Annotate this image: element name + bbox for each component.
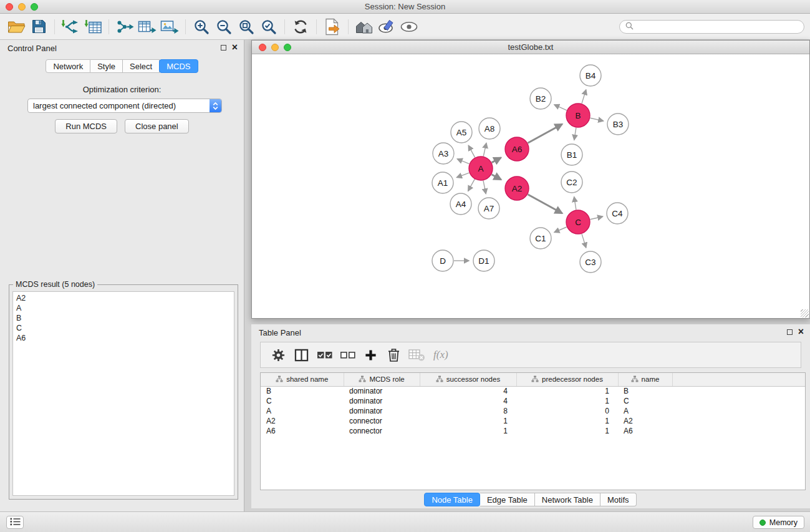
app-titlebar[interactable]: Session: New Session: [0, 0, 810, 14]
edge-A6-B[interactable]: [528, 124, 562, 143]
delete-table-icon[interactable]: [405, 344, 428, 366]
table-cell[interactable]: 1: [516, 386, 618, 396]
node-A3[interactable]: A3: [433, 143, 454, 164]
node-C[interactable]: C: [566, 210, 590, 234]
node-A5[interactable]: A5: [451, 122, 472, 143]
import-network-icon[interactable]: [59, 16, 82, 37]
table-tab-motifs[interactable]: Motifs: [600, 493, 637, 506]
table-cell[interactable]: dominator: [344, 396, 420, 406]
edge-A-A4[interactable]: [468, 179, 475, 191]
zoom-in-icon[interactable]: [190, 16, 213, 37]
table-row[interactable]: Cdominator41C: [261, 396, 805, 406]
gear-icon[interactable]: [267, 344, 290, 366]
node-A1[interactable]: A1: [432, 172, 453, 193]
edge-A2-C[interactable]: [528, 195, 562, 213]
network-close-button[interactable]: [259, 44, 266, 51]
edge-B-B1[interactable]: [574, 128, 576, 140]
table-cell[interactable]: A6: [261, 426, 344, 436]
run-mcds-button[interactable]: Run MCDS: [55, 119, 117, 133]
edge-A-A3[interactable]: [457, 159, 469, 164]
memory-button[interactable]: Memory: [753, 516, 804, 529]
network-zoom-button[interactable]: [284, 44, 291, 51]
edge-A-A1[interactable]: [457, 173, 470, 177]
table-cell[interactable]: dominator: [344, 386, 420, 396]
table-cell[interactable]: 1: [516, 396, 618, 406]
eye-icon[interactable]: [398, 16, 420, 37]
close-window-button[interactable]: [6, 3, 13, 11]
table-cell[interactable]: 1: [516, 426, 618, 436]
minimize-window-button[interactable]: [18, 3, 26, 11]
show-panels-button[interactable]: [6, 516, 24, 529]
node-A4[interactable]: A4: [450, 193, 471, 215]
table-row[interactable]: A6connector11A6: [261, 426, 805, 436]
close-panel-button[interactable]: Close panel: [125, 119, 189, 133]
table-cell[interactable]: B: [618, 386, 672, 396]
node-B[interactable]: B: [566, 104, 590, 127]
table-row[interactable]: A2connector11A2: [261, 416, 805, 426]
zoom-selected-icon[interactable]: [258, 16, 280, 37]
table-cell[interactable]: A6: [618, 426, 672, 436]
table-cell[interactable]: 8: [420, 406, 516, 416]
node-C4[interactable]: C4: [607, 203, 628, 224]
houses-icon[interactable]: [353, 16, 375, 37]
node-C3[interactable]: C3: [580, 251, 601, 273]
node-C1[interactable]: C1: [530, 228, 551, 249]
column-header-name[interactable]: name: [618, 373, 672, 386]
node-A2[interactable]: A2: [505, 177, 529, 200]
table-cell[interactable]: C: [261, 396, 344, 406]
node-B1[interactable]: B1: [561, 144, 582, 165]
column-header-successor-nodes[interactable]: successor nodes: [420, 373, 516, 386]
table-cell[interactable]: 1: [516, 416, 618, 426]
node-D[interactable]: D: [432, 250, 453, 271]
function-builder-button[interactable]: f(x): [433, 349, 448, 361]
search-input[interactable]: [637, 22, 798, 32]
criterion-dropdown[interactable]: largest connected component (directed): [27, 99, 222, 113]
table-cell[interactable]: dominator: [344, 406, 420, 416]
node-C2[interactable]: C2: [561, 172, 582, 193]
export-image-icon[interactable]: [158, 16, 181, 37]
split-columns-icon[interactable]: [290, 344, 313, 366]
tab-mcds[interactable]: MCDS: [159, 59, 198, 73]
tab-style[interactable]: Style: [90, 59, 123, 73]
node-A8[interactable]: A8: [479, 118, 500, 139]
table-cell[interactable]: A: [618, 406, 672, 416]
add-row-icon[interactable]: [359, 344, 382, 366]
eye-pencil-icon[interactable]: [375, 16, 398, 37]
mcds-result-item[interactable]: B: [13, 313, 234, 323]
edge-B-B3[interactable]: [591, 118, 604, 121]
network-window-titlebar[interactable]: testGlobe.txt: [252, 41, 809, 54]
table-row[interactable]: Adominator80A: [261, 406, 805, 416]
node-B4[interactable]: B4: [580, 65, 601, 86]
table-cell[interactable]: A2: [261, 416, 344, 426]
edge-A-A6[interactable]: [492, 158, 501, 163]
column-header-mcds-role[interactable]: MCDS role: [344, 373, 420, 386]
column-header-predecessor-nodes[interactable]: predecessor nodes: [516, 373, 618, 386]
zoom-out-icon[interactable]: [213, 16, 235, 37]
edge-B-B4[interactable]: [582, 90, 586, 104]
table-cell[interactable]: connector: [344, 416, 420, 426]
table-tab-network-table[interactable]: Network Table: [535, 493, 600, 506]
mcds-result-item[interactable]: C: [13, 323, 234, 333]
window-resize-grip[interactable]: [801, 309, 809, 317]
float-panel-icon[interactable]: [221, 45, 226, 51]
trash-icon[interactable]: [382, 344, 405, 366]
table-cell[interactable]: A2: [618, 416, 672, 426]
tab-network[interactable]: Network: [46, 59, 90, 73]
table-cell[interactable]: 0: [516, 406, 618, 416]
table-cell[interactable]: 1: [420, 426, 516, 436]
mcds-result-item[interactable]: A6: [13, 333, 234, 343]
edge-A-A2[interactable]: [492, 175, 501, 180]
edge-C-C2[interactable]: [574, 197, 576, 210]
zoom-window-button[interactable]: [31, 3, 38, 11]
table-cell[interactable]: 4: [420, 386, 516, 396]
save-icon[interactable]: [27, 16, 50, 37]
open-folder-icon[interactable]: [5, 16, 27, 37]
export-table-icon[interactable]: [136, 16, 158, 37]
search-field[interactable]: [619, 20, 804, 34]
refresh-icon[interactable]: [289, 16, 312, 37]
table-cell[interactable]: connector: [344, 426, 420, 436]
dropdown-stepper-icon[interactable]: [210, 99, 221, 112]
close-table-panel-icon[interactable]: ×: [798, 328, 804, 336]
node-B3[interactable]: B3: [607, 114, 629, 135]
table-tab-edge-table[interactable]: Edge Table: [480, 493, 535, 506]
